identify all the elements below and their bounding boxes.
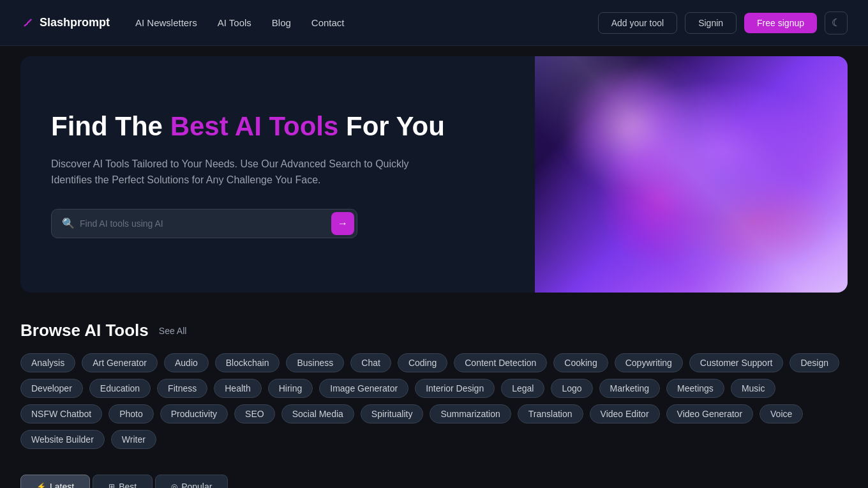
hero-subtitle: Discover AI Tools Tailored to Your Needs… — [51, 156, 447, 188]
tag-content-detection[interactable]: Content Detection — [454, 353, 547, 372]
logo-text: Slashprompt — [40, 16, 110, 29]
tab-latest-icon: ⚡ — [36, 482, 46, 488]
free-signup-button[interactable]: Free signup — [744, 13, 817, 33]
tag-analysis[interactable]: Analysis — [20, 353, 75, 372]
tag-summarization[interactable]: Summarization — [430, 404, 511, 423]
tab-best-label: Best — [119, 482, 137, 488]
tag-cooking[interactable]: Cooking — [553, 353, 608, 372]
tag-meetings[interactable]: Meetings — [666, 379, 724, 398]
tag-seo[interactable]: SEO — [234, 404, 275, 423]
tag-art-generator[interactable]: Art Generator — [82, 353, 158, 372]
hero-title: Find The Best AI Tools For You — [51, 111, 504, 142]
browse-header: Browse AI Tools See All — [20, 321, 848, 340]
hero-title-prefix: Find The — [51, 111, 170, 141]
tag-audio[interactable]: Audio — [164, 353, 209, 372]
tag-marketing[interactable]: Marketing — [599, 379, 660, 398]
tag-business[interactable]: Business — [286, 353, 344, 372]
tag-copywriting[interactable]: Copywriting — [615, 353, 683, 372]
hero-title-suffix: For You — [338, 111, 444, 141]
nav-ai-tools[interactable]: AI Tools — [218, 17, 251, 28]
tag-education[interactable]: Education — [89, 379, 151, 398]
see-all-link[interactable]: See All — [159, 326, 187, 336]
hero-title-highlight: Best AI Tools — [170, 111, 339, 141]
dark-mode-toggle[interactable]: ☾ — [825, 11, 848, 34]
tag-translation[interactable]: Translation — [518, 404, 583, 423]
tag-photo[interactable]: Photo — [108, 404, 154, 423]
navbar-right: Add your tool Signin Free signup ☾ — [598, 11, 848, 34]
arrow-icon: → — [338, 218, 348, 229]
tag-fitness[interactable]: Fitness — [157, 379, 207, 398]
tag-customer-support[interactable]: Customer Support — [689, 353, 784, 372]
tag-logo[interactable]: Logo — [551, 379, 592, 398]
tab-latest-label: Latest — [50, 482, 74, 488]
tag-website-builder[interactable]: Website Builder — [20, 430, 105, 449]
tag-blockchain[interactable]: Blockchain — [215, 353, 280, 372]
tag-music[interactable]: Music — [731, 379, 776, 398]
tag-image-generator[interactable]: Image Generator — [319, 379, 408, 398]
tab-popular[interactable]: ◎Popular — [155, 475, 228, 488]
tag-hiring[interactable]: Hiring — [268, 379, 313, 398]
hero-section: Find The Best AI Tools For You Discover … — [20, 56, 848, 293]
navbar-left: ⟋ Slashprompt AI Newsletters AI Tools Bl… — [20, 15, 345, 31]
tag-writer[interactable]: Writer — [111, 430, 156, 449]
hero-content: Find The Best AI Tools For You Discover … — [20, 56, 535, 293]
tag-legal[interactable]: Legal — [501, 379, 544, 398]
nav-links: AI Newsletters AI Tools Blog Contact — [135, 17, 345, 29]
nav-blog[interactable]: Blog — [272, 17, 291, 28]
tag-interior-design[interactable]: Interior Design — [415, 379, 495, 398]
signin-button[interactable]: Signin — [685, 12, 737, 34]
nav-contact[interactable]: Contact — [311, 17, 345, 28]
add-tool-button[interactable]: Add your tool — [598, 12, 678, 34]
hero-image — [535, 56, 848, 293]
tag-spirituality[interactable]: Spirituality — [361, 404, 424, 423]
search-submit-button[interactable]: → — [331, 212, 354, 235]
tabs-bar: ⚡Latest⊞Best◎Popular — [0, 464, 868, 488]
tags-container: AnalysisArt GeneratorAudioBlockchainBusi… — [20, 353, 848, 449]
navbar: ⟋ Slashprompt AI Newsletters AI Tools Bl… — [0, 0, 868, 46]
tab-best[interactable]: ⊞Best — [93, 475, 153, 488]
moon-icon: ☾ — [832, 17, 841, 29]
tag-health[interactable]: Health — [214, 379, 261, 398]
tab-latest[interactable]: ⚡Latest — [20, 475, 90, 488]
tab-popular-label: Popular — [181, 482, 212, 488]
tag-developer[interactable]: Developer — [20, 379, 83, 398]
tag-social-media[interactable]: Social Media — [281, 404, 354, 423]
logo[interactable]: ⟋ Slashprompt — [20, 15, 110, 31]
tag-video-generator[interactable]: Video Generator — [666, 404, 753, 423]
browse-title: Browse AI Tools — [20, 321, 149, 340]
tag-video-editor[interactable]: Video Editor — [590, 404, 660, 423]
tag-productivity[interactable]: Productivity — [160, 404, 228, 423]
tag-coding[interactable]: Coding — [398, 353, 447, 372]
tag-nsfw-chatbot[interactable]: NSFW Chatbot — [20, 404, 102, 423]
logo-icon: ⟋ — [20, 15, 34, 31]
search-icon: 🔍 — [62, 217, 75, 229]
tab-best-icon: ⊞ — [108, 482, 115, 488]
tag-chat[interactable]: Chat — [350, 353, 391, 372]
tab-popular-icon: ◎ — [171, 482, 177, 488]
tag-voice[interactable]: Voice — [760, 404, 803, 423]
nav-ai-newsletters[interactable]: AI Newsletters — [135, 17, 197, 28]
hero-blob2 — [565, 63, 692, 191]
tag-design[interactable]: Design — [789, 353, 839, 372]
browse-section: Browse AI Tools See All AnalysisArt Gene… — [0, 303, 868, 464]
search-bar: 🔍 → — [51, 209, 357, 238]
search-input[interactable] — [80, 213, 331, 234]
